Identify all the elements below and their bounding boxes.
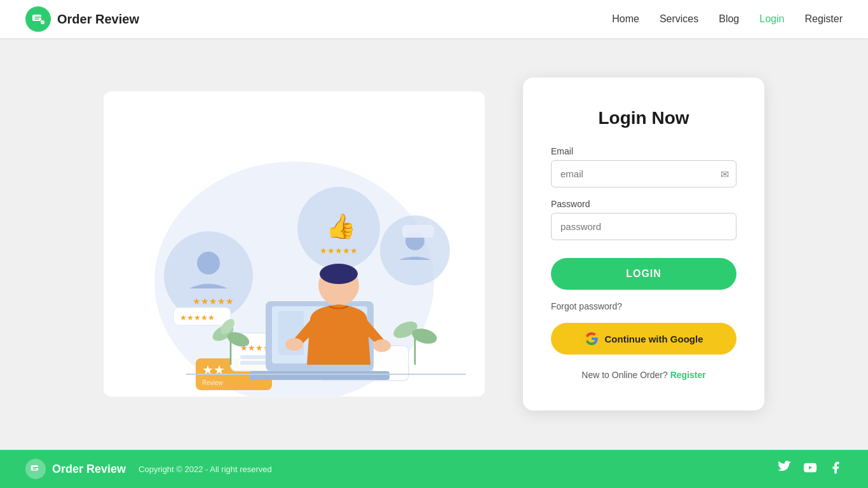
google-button-label: Continue with Google [605, 334, 703, 344]
brand-logo-link[interactable]: Order Review [25, 6, 139, 32]
svg-point-29 [320, 264, 358, 284]
footer-brand: Order Review Copyright © 2022 - All righ… [25, 459, 272, 479]
footer-logo [25, 459, 46, 479]
svg-text:★★★★★: ★★★★★ [320, 246, 358, 255]
register-prompt: New to Online Order? Register [551, 370, 736, 380]
svg-text:★★★★★: ★★★★★ [193, 296, 234, 306]
svg-rect-40 [31, 465, 39, 470]
svg-point-30 [285, 338, 303, 351]
nav-login[interactable]: Login [759, 13, 784, 24]
password-label: Password [551, 199, 736, 209]
login-card: Login Now Email ✉ Password LOGIN Forgot … [523, 78, 764, 410]
register-link[interactable]: Register [670, 370, 706, 380]
illustration-panel: ★★★★★ ★★★★★ 👍 ★★★★★ ★★ Review ★★★★ [104, 92, 485, 396]
twitter-icon[interactable] [778, 461, 792, 478]
google-icon [585, 332, 599, 346]
password-input[interactable] [551, 213, 736, 240]
forgot-password-link[interactable]: Forgot password? [551, 301, 736, 311]
footer-brand-name: Order Review [52, 463, 126, 476]
main-content: ★★★★★ ★★★★★ 👍 ★★★★★ ★★ Review ★★★★ [0, 38, 868, 450]
svg-point-3 [164, 231, 253, 320]
register-prompt-text: New to Online Order? [581, 370, 667, 380]
svg-point-4 [197, 252, 220, 274]
footer-socials [778, 461, 843, 478]
email-group: Email ✉ [551, 146, 736, 187]
svg-text:👍: 👍 [326, 212, 356, 241]
nav-blog[interactable]: Blog [719, 13, 739, 24]
email-input-wrapper: ✉ [551, 160, 736, 187]
nav-services[interactable]: Services [660, 13, 698, 24]
navbar: Order Review Home Services Blog Login Re… [0, 0, 868, 38]
login-title: Login Now [551, 108, 736, 128]
svg-rect-13 [402, 225, 434, 238]
brand-logo-icon [31, 11, 46, 27]
nav-menu: Home Services Blog Login Register [612, 13, 843, 25]
google-login-button[interactable]: Continue with Google [551, 323, 736, 355]
brand-name: Order Review [57, 12, 139, 27]
youtube-icon[interactable] [803, 461, 817, 478]
login-button[interactable]: LOGIN [551, 258, 736, 290]
facebook-icon[interactable] [829, 461, 843, 478]
footer: Order Review Copyright © 2022 - All righ… [0, 450, 868, 488]
email-label: Email [551, 146, 736, 156]
password-input-wrapper [551, 213, 736, 240]
illustration-svg: ★★★★★ ★★★★★ 👍 ★★★★★ ★★ Review ★★★★ [104, 92, 485, 396]
footer-copyright: Copyright © 2022 - All right reserved [139, 464, 272, 474]
footer-logo-icon [29, 463, 42, 475]
svg-rect-27 [250, 371, 390, 380]
svg-point-31 [373, 339, 391, 352]
nav-register[interactable]: Register [804, 13, 843, 24]
svg-text:★★★★★: ★★★★★ [180, 313, 215, 322]
email-input[interactable] [551, 160, 736, 187]
svg-rect-0 [32, 15, 41, 21]
nav-home[interactable]: Home [612, 13, 639, 24]
svg-text:Review: Review [202, 379, 224, 386]
brand-logo [25, 6, 51, 32]
email-icon: ✉ [721, 168, 729, 180]
password-group: Password [551, 199, 736, 240]
